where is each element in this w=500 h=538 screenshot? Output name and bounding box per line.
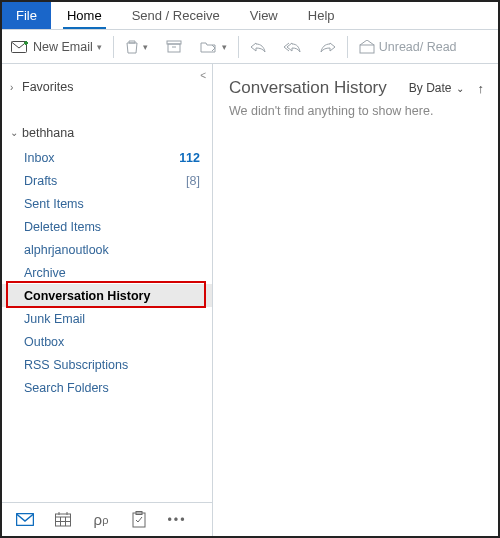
favorites-header[interactable]: › Favorites [2,74,212,100]
folder-sent-items[interactable]: Sent Items [2,192,212,215]
folder-conversation-history[interactable]: Conversation History [2,284,212,307]
sort-direction-button[interactable]: ↑ [478,81,485,96]
svg-rect-4 [168,44,180,52]
folder-count: [8] [186,174,200,188]
reading-header: Conversation History By Date ⌄ ↑ [213,64,498,102]
forward-icon [320,40,336,54]
folder-list: Inbox112Drafts[8]Sent ItemsDeleted Items… [2,146,212,407]
folder-search-folders[interactable]: Search Folders [2,376,212,399]
nav-bar: ρρ ••• [2,502,212,536]
folder-label: Deleted Items [24,220,101,234]
folder-label: Conversation History [24,289,150,303]
tab-help[interactable]: Help [294,2,349,29]
chevron-right-icon: › [10,82,22,93]
reading-title: Conversation History [229,78,395,98]
new-email-button[interactable]: New Email ▾ [2,30,111,63]
folder-label: RSS Subscriptions [24,358,128,372]
folder-count: 112 [179,151,200,165]
folder-label: Junk Email [24,312,85,326]
collapse-pane-icon[interactable]: < [200,70,206,81]
chevron-down-icon: ▾ [97,42,102,52]
sort-label: By Date [409,81,452,95]
tab-home[interactable]: Home [53,2,116,29]
folder-outbox[interactable]: Outbox [2,330,212,353]
nav-calendar-icon[interactable] [50,507,76,533]
move-button[interactable]: ▾ [191,30,236,63]
move-to-folder-icon [200,40,218,54]
divider [238,36,239,58]
delete-button[interactable]: ▾ [116,30,157,63]
svg-rect-8 [56,514,71,526]
favorites-label: Favorites [22,80,73,94]
forward-button[interactable] [311,30,345,63]
folder-label: Search Folders [24,381,109,395]
folder-label: Inbox [24,151,55,165]
folder-label: Outbox [24,335,64,349]
unread-read-button[interactable]: Unread/ Read [350,30,466,63]
toolbar: New Email ▾ ▾ ▾ [2,30,498,64]
nav-tasks-icon[interactable] [126,507,152,533]
nav-people-icon[interactable]: ρρ [88,507,114,533]
folder-archive[interactable]: Archive [2,261,212,284]
envelope-open-icon [359,40,375,54]
new-email-label: New Email [33,40,93,54]
folder-junk-email[interactable]: Junk Email [2,307,212,330]
folder-deleted-items[interactable]: Deleted Items [2,215,212,238]
trash-icon [125,39,139,55]
tab-file[interactable]: File [2,2,51,29]
sidebar: < › Favorites ⌄ bethhana Inbox112Drafts[… [2,64,213,536]
divider [347,36,348,58]
archive-icon [166,40,182,54]
folder-drafts[interactable]: Drafts[8] [2,169,212,192]
mail-plus-icon [11,40,29,54]
body: < › Favorites ⌄ bethhana Inbox112Drafts[… [2,64,498,536]
account-label: bethhana [22,126,74,140]
reply-button[interactable] [241,30,275,63]
folder-label: alphrjanoutlook [24,243,109,257]
archive-button[interactable] [157,30,191,63]
chevron-down-icon: ⌄ [10,127,22,138]
reply-all-button[interactable] [275,30,311,63]
folder-label: Archive [24,266,66,280]
divider [113,36,114,58]
nav-mail-icon[interactable] [12,507,38,533]
reply-icon [250,40,266,54]
folder-tree: < › Favorites ⌄ bethhana Inbox112Drafts[… [2,64,212,502]
nav-more-icon[interactable]: ••• [164,507,190,533]
tab-send-receive[interactable]: Send / Receive [118,2,234,29]
svg-rect-6 [360,45,374,53]
folder-alphrjanoutlook[interactable]: alphrjanoutlook [2,238,212,261]
tab-view[interactable]: View [236,2,292,29]
folder-label: Sent Items [24,197,84,211]
folder-label: Drafts [24,174,57,188]
chevron-down-icon: ▾ [222,42,227,52]
unread-read-label: Unread/ Read [379,40,457,54]
reply-all-icon [284,40,302,54]
folder-inbox[interactable]: Inbox112 [2,146,212,169]
ribbon-tabs: File Home Send / Receive View Help [2,2,498,30]
chevron-down-icon: ▾ [143,42,148,52]
account-header[interactable]: ⌄ bethhana [2,120,212,146]
folder-rss-subscriptions[interactable]: RSS Subscriptions [2,353,212,376]
sort-button[interactable]: By Date ⌄ [409,81,464,95]
empty-message: We didn't find anything to show here. [213,102,498,118]
chevron-down-icon: ⌄ [456,83,464,94]
reading-pane: Conversation History By Date ⌄ ↑ We didn… [213,64,498,536]
